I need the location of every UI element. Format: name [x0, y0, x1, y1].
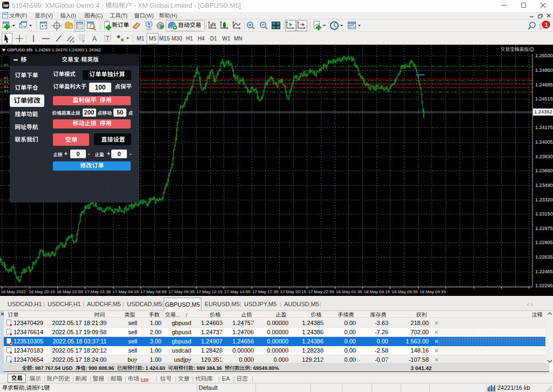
svg-text:M30: M30 — [172, 36, 183, 42]
svg-text:F: F — [83, 40, 85, 43]
svg-text:D1: D1 — [210, 36, 217, 42]
svg-text:MN: MN — [234, 36, 242, 42]
svg-text:1: 1 — [545, 22, 548, 28]
svg-text:M5: M5 — [149, 36, 157, 42]
svg-text:M1: M1 — [137, 36, 144, 42]
svg-text:M15: M15 — [159, 36, 170, 42]
svg-text:H4: H4 — [198, 36, 205, 42]
svg-text:W1: W1 — [222, 36, 231, 42]
svg-text:E: E — [72, 40, 75, 43]
svg-text:A: A — [92, 35, 97, 43]
svg-text:T: T — [106, 36, 109, 42]
svg-text:H1: H1 — [186, 36, 193, 42]
